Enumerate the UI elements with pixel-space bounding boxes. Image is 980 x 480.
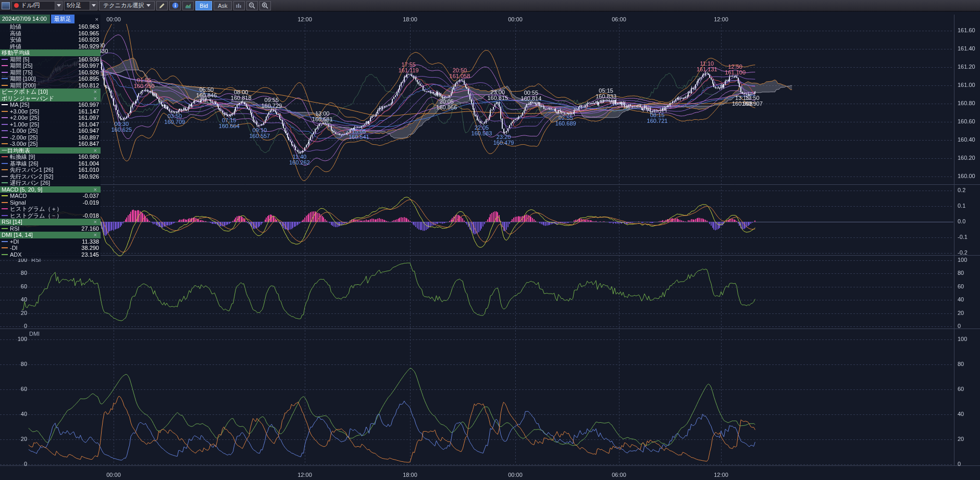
indicator-label: -1.00σ [25] [10,128,78,134]
indicator-label: 期間 [5] [10,56,78,62]
panel-header-row: 2024/07/09 14:00 最新足 × [0,15,101,23]
chart-canvas[interactable] [0,0,980,480]
indicator-label: 先行スパン2 [52] [10,173,78,180]
indicator-row: ヒストグラム（－）-0.018 [0,212,101,219]
indicator-value: 160.929 [78,43,99,49]
indicator-row: -3.00σ [25]160.847 [0,141,101,147]
indicator-value: 11.338 [82,238,99,245]
indicator-value: 160.947 [78,128,99,134]
indicator-label: MA [25] [10,102,78,108]
series-swatch [2,65,8,66]
indicator-rows: 始値160.963高値160.965安値160.923終値160.929移動平均… [0,23,101,258]
indicator-label: +DI [10,238,82,245]
indicator-value: 160.997 [78,102,99,108]
draw-pencil-icon [159,3,165,9]
indicator-label: 先行スパン1 [26] [10,167,78,173]
chevron-down-icon [90,2,97,10]
indicator-value: 160.963 [78,23,99,30]
indicator-label: 期間 [100] [10,75,78,82]
zoom-out-button[interactable] [246,1,258,10]
bar-chart-icon [235,3,242,9]
indicator-row: -DI38.290 [0,245,101,251]
trading-chart-app: ドル/円 5分足 テクニカル選択 Bid Ask [0,0,980,480]
indicator-label: -2.00σ [25] [10,134,78,141]
indicator-row: 期間 [100]160.895 [0,75,101,82]
series-swatch [2,104,8,105]
pair-logo-icon [14,3,19,8]
bid-toggle[interactable]: Bid [195,1,212,10]
indicator-value: 161.097 [78,115,99,121]
series-swatch [2,241,8,242]
indicator-row: 安値160.923 [0,36,101,43]
indicator-value: 160.997 [78,62,99,69]
indicator-values-panel: 2024/07/09 14:00 最新足 × 始値160.963高値160.96… [0,15,101,259]
indicator-row: Signal-0.019 [0,199,101,206]
series-swatch [2,182,8,183]
zoom-in-button[interactable] [259,1,271,10]
chevron-down-icon [55,2,62,10]
indicator-label: +2.00σ [25] [10,115,78,121]
indicator-value: 160.847 [78,141,99,147]
indicator-value: 160.895 [78,75,99,82]
zoom-in-icon [262,2,268,9]
section-header-macd: MACD [5, 20, 9]× [0,186,101,193]
series-swatch [2,117,8,118]
section-title: RSI [14] [2,219,22,225]
indicator-row: 期間 [200]160.812 [0,82,101,89]
chart-type-button[interactable] [182,1,194,10]
indicator-value: 160.812 [78,82,99,89]
indicator-label: Signal [10,199,83,206]
app-icon[interactable] [2,2,10,9]
chart-settings-button[interactable] [233,1,245,10]
technical-select-label: テクニカル選択 [103,2,144,9]
indicator-row: 遅行スパン [26] [0,180,101,186]
section-header-bollinger: ボリンジャーバンド× [0,95,101,102]
section-title: 移動平均線 [2,49,30,56]
indicator-label: ADX [10,251,81,258]
indicator-row: +3.00σ [25]161.147 [0,108,101,115]
indicator-row: 期間 [75]160.926 [0,69,101,76]
section-title: 一目均衡表 [2,147,30,154]
info-icon [172,2,179,9]
series-swatch [2,208,8,209]
series-swatch [2,78,8,79]
timeframe-select[interactable]: 5分足 [64,1,97,10]
currency-pair-label: ドル/円 [21,2,53,9]
latest-bar-button[interactable]: 最新足 [51,15,75,23]
indicator-row: 期間 [5]160.936 [0,56,101,63]
info-button[interactable] [169,1,181,10]
indicator-label: MACD [10,193,83,199]
close-icon[interactable]: × [92,89,99,95]
series-swatch [2,176,8,177]
ask-toggle[interactable]: Ask [214,1,231,10]
section-header-peak-bottom: ピークボトム [10]× [0,89,101,95]
draw-pencil-button[interactable] [156,1,168,10]
indicator-row: 始値160.963 [0,23,101,30]
indicator-row: 高値160.965 [0,30,101,37]
indicator-row: 転換線 [9]160.980 [0,154,101,160]
close-icon[interactable]: × [92,232,99,238]
section-header-ichimoku: 一目均衡表× [0,147,101,154]
series-swatch [2,202,8,203]
indicator-value: 160.923 [78,36,99,43]
series-swatch [2,254,8,255]
indicator-value: 161.047 [78,121,99,128]
indicator-label: ヒストグラム（＋） [10,206,99,212]
series-swatch [2,163,8,164]
close-icon[interactable]: × [92,95,99,102]
currency-pair-select[interactable]: ドル/円 [11,1,63,10]
section-title: ボリンジャーバンド [2,95,54,102]
indicator-label: RSI [10,225,81,232]
indicator-row: MA [25]160.997 [0,102,101,108]
close-icon[interactable]: × [92,186,99,193]
close-icon[interactable]: × [93,16,101,22]
indicator-label: 期間 [200] [10,82,78,89]
technical-select-button[interactable]: テクニカル選択 [99,1,155,10]
close-icon[interactable]: × [92,147,99,154]
series-swatch [2,59,8,60]
section-header-rsi: RSI [14]× [0,219,101,225]
section-title: MACD [5, 20, 9] [2,186,42,193]
close-icon[interactable]: × [92,219,99,225]
toolbar: ドル/円 5分足 テクニカル選択 Bid Ask [0,0,980,11]
indicator-value: 160.965 [78,30,99,36]
